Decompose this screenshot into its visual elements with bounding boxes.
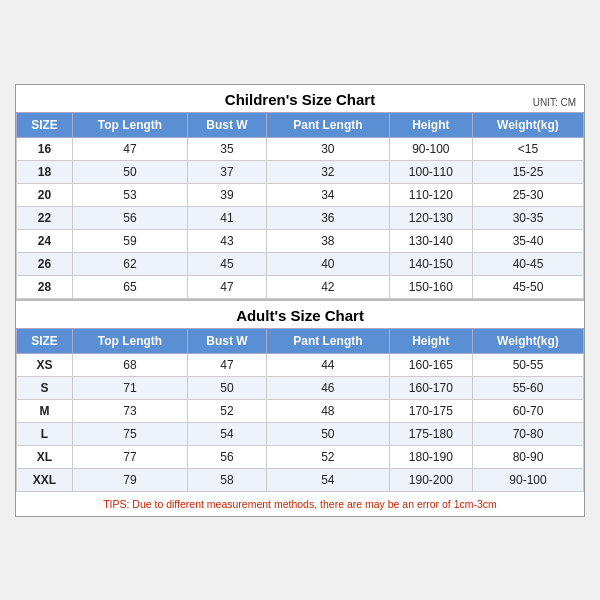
table-cell: 150-160 [389,275,472,298]
table-row: XXL795854190-20090-100 [17,468,584,491]
table-cell: 70-80 [472,422,583,445]
table-row: 24594338130-14035-40 [17,229,584,252]
adult-tbody: XS684744160-16550-55S715046160-17055-60M… [17,353,584,491]
table-cell: M [17,399,73,422]
adult-col-bustw: Bust W [188,328,267,353]
table-cell: 65 [72,275,187,298]
children-col-bustw: Bust W [188,112,267,137]
table-cell: 90-100 [472,468,583,491]
adult-col-weight: Weight(kg) [472,328,583,353]
table-row: L755450175-18070-80 [17,422,584,445]
table-cell: 43 [188,229,267,252]
children-col-toplength: Top Length [72,112,187,137]
table-cell: 50-55 [472,353,583,376]
adult-col-pantlength: Pant Length [266,328,389,353]
table-cell: 140-150 [389,252,472,275]
adult-header-row: SIZE Top Length Bust W Pant Length Heigh… [17,328,584,353]
children-header-row: SIZE Top Length Bust W Pant Length Heigh… [17,112,584,137]
table-row: S715046160-17055-60 [17,376,584,399]
children-col-weight: Weight(kg) [472,112,583,137]
table-cell: 120-130 [389,206,472,229]
table-row: 26624540140-15040-45 [17,252,584,275]
tips-text: TIPS: Due to different measurement metho… [103,498,497,510]
table-cell: 47 [188,275,267,298]
table-cell: 100-110 [389,160,472,183]
children-table: SIZE Top Length Bust W Pant Length Heigh… [16,112,584,299]
children-title-row: Children's Size Chart UNIT: CM [16,85,584,112]
table-cell: 26 [17,252,73,275]
table-cell: 90-100 [389,137,472,160]
table-cell: 28 [17,275,73,298]
adult-col-toplength: Top Length [72,328,187,353]
table-cell: XL [17,445,73,468]
table-row: 1647353090-100<15 [17,137,584,160]
table-cell: L [17,422,73,445]
table-cell: 170-175 [389,399,472,422]
table-cell: 42 [266,275,389,298]
table-cell: 54 [266,468,389,491]
table-cell: S [17,376,73,399]
adult-title-row: Adult's Size Chart [16,301,584,328]
table-cell: XXL [17,468,73,491]
table-cell: 54 [188,422,267,445]
table-cell: 50 [188,376,267,399]
children-tbody: 1647353090-100<1518503732100-11015-25205… [17,137,584,298]
adult-col-size: SIZE [17,328,73,353]
table-cell: 40 [266,252,389,275]
table-cell: 50 [266,422,389,445]
tips-row: TIPS: Due to different measurement metho… [16,492,584,516]
table-cell: 16 [17,137,73,160]
chart-container: Children's Size Chart UNIT: CM SIZE Top … [15,84,585,517]
adult-col-height: Height [389,328,472,353]
table-cell: 58 [188,468,267,491]
table-cell: 18 [17,160,73,183]
table-cell: 15-25 [472,160,583,183]
table-cell: 24 [17,229,73,252]
table-cell: 62 [72,252,187,275]
table-cell: 75 [72,422,187,445]
table-cell: 50 [72,160,187,183]
adult-thead: SIZE Top Length Bust W Pant Length Heigh… [17,328,584,353]
table-cell: 45 [188,252,267,275]
table-cell: 32 [266,160,389,183]
table-row: 28654742150-16045-50 [17,275,584,298]
table-cell: 35-40 [472,229,583,252]
table-cell: 77 [72,445,187,468]
children-title: Children's Size Chart [26,91,574,108]
table-cell: 52 [188,399,267,422]
table-cell: 30 [266,137,389,160]
table-row: M735248170-17560-70 [17,399,584,422]
children-col-size: SIZE [17,112,73,137]
table-cell: 47 [188,353,267,376]
table-cell: 41 [188,206,267,229]
table-cell: 45-50 [472,275,583,298]
table-cell: 73 [72,399,187,422]
table-cell: 36 [266,206,389,229]
table-cell: 35 [188,137,267,160]
table-cell: <15 [472,137,583,160]
table-cell: 48 [266,399,389,422]
table-cell: 40-45 [472,252,583,275]
table-cell: 130-140 [389,229,472,252]
table-cell: 160-170 [389,376,472,399]
table-cell: 55-60 [472,376,583,399]
table-cell: 38 [266,229,389,252]
table-cell: 47 [72,137,187,160]
table-cell: 79 [72,468,187,491]
table-row: 22564136120-13030-35 [17,206,584,229]
table-cell: 160-165 [389,353,472,376]
table-cell: 34 [266,183,389,206]
table-row: 18503732100-11015-25 [17,160,584,183]
children-thead: SIZE Top Length Bust W Pant Length Heigh… [17,112,584,137]
children-col-height: Height [389,112,472,137]
table-row: XL775652180-19080-90 [17,445,584,468]
table-cell: 53 [72,183,187,206]
table-cell: XS [17,353,73,376]
table-cell: 110-120 [389,183,472,206]
table-cell: 56 [188,445,267,468]
table-row: 20533934110-12025-30 [17,183,584,206]
table-cell: 71 [72,376,187,399]
table-cell: 30-35 [472,206,583,229]
table-cell: 60-70 [472,399,583,422]
adult-table: SIZE Top Length Bust W Pant Length Heigh… [16,328,584,492]
